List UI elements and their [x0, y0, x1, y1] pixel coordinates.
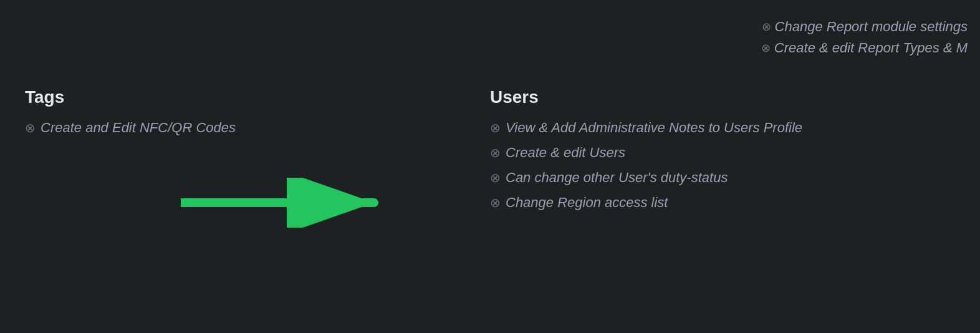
- permission-label: Create and Edit NFC/QR Codes: [41, 120, 236, 136]
- permission-label: Change Report module settings: [775, 19, 968, 35]
- users-permission-item: ⊗ Can change other User's duty-status: [490, 170, 955, 186]
- remove-icon: ⊗: [761, 41, 771, 55]
- permission-label: View & Add Administrative Notes to Users…: [506, 120, 802, 136]
- remove-icon: ⊗: [490, 195, 501, 210]
- users-permission-list: ⊗ View & Add Administrative Notes to Use…: [490, 120, 955, 211]
- permission-label: Create & edit Report Types & M: [774, 40, 968, 56]
- remove-icon: ⊗: [490, 145, 501, 160]
- tags-permission-item: ⊗ Create and Edit NFC/QR Codes: [25, 120, 490, 136]
- permission-label: Can change other User's duty-status: [506, 170, 728, 186]
- top-right-permission-item: ⊗ Change Report module settings: [761, 19, 968, 35]
- remove-icon: ⊗: [25, 120, 36, 135]
- top-right-permissions: ⊗ Change Report module settings ⊗ Create…: [761, 0, 980, 61]
- remove-icon: ⊗: [762, 20, 771, 34]
- main-content: Tags ⊗ Create and Edit NFC/QR Codes User…: [0, 87, 980, 220]
- users-permission-item: ⊗ View & Add Administrative Notes to Use…: [490, 120, 955, 136]
- remove-icon: ⊗: [490, 120, 501, 135]
- tags-permission-list: ⊗ Create and Edit NFC/QR Codes: [25, 120, 490, 136]
- permission-label: Create & edit Users: [506, 145, 625, 161]
- remove-icon: ⊗: [490, 170, 501, 185]
- tags-title: Tags: [25, 87, 490, 107]
- users-section: Users ⊗ View & Add Administrative Notes …: [490, 87, 955, 220]
- users-permission-item: ⊗ Change Region access list: [490, 195, 955, 211]
- top-right-permission-item: ⊗ Create & edit Report Types & M: [761, 40, 968, 56]
- arrow-indicator: [181, 178, 393, 228]
- users-title: Users: [490, 87, 955, 107]
- users-permission-item: ⊗ Create & edit Users: [490, 145, 955, 161]
- permission-label: Change Region access list: [506, 195, 668, 211]
